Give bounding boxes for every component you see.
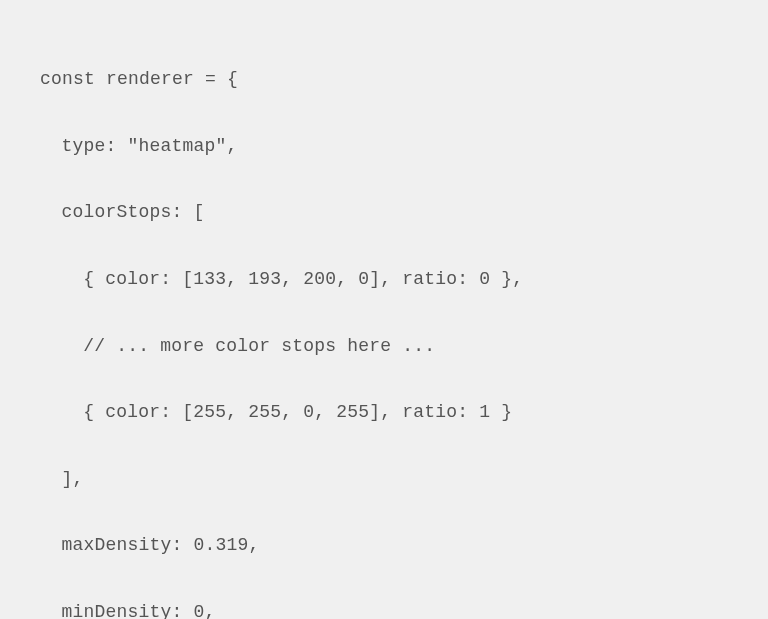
code-line: minDensity: 0, <box>40 596 728 619</box>
code-line: const renderer = { <box>40 63 728 96</box>
code-line: { color: [255, 255, 0, 255], ratio: 1 } <box>40 396 728 429</box>
code-line: ], <box>40 463 728 496</box>
code-line: maxDensity: 0.319, <box>40 529 728 562</box>
code-line: { color: [133, 193, 200, 0], ratio: 0 }, <box>40 263 728 296</box>
code-line: type: "heatmap", <box>40 130 728 163</box>
code-snippet: const renderer = { type: "heatmap", colo… <box>40 30 728 619</box>
code-line: // ... more color stops here ... <box>40 330 728 363</box>
code-line: colorStops: [ <box>40 196 728 229</box>
